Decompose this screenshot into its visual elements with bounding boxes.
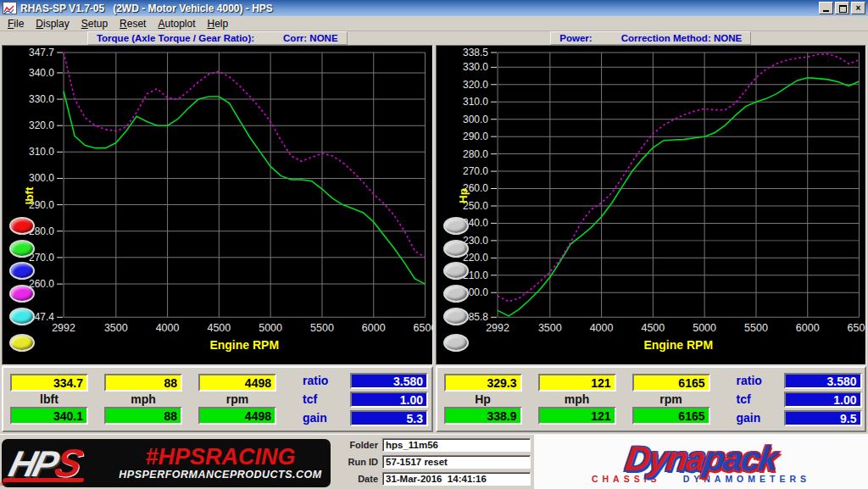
torque-header-box: Torque (Axle Torque / Gear Ratio): Corr:…: [87, 31, 348, 45]
trace-color-button-2[interactable]: [443, 262, 469, 280]
torque-chart-panel: Torque (Axle Torque / Gear Ratio): Corr:…: [2, 31, 433, 365]
cursor-value-box: 121: [538, 374, 616, 392]
dynapack-logo-dyna: Dyna: [623, 439, 707, 478]
cursor-value-box: 334.7: [10, 374, 88, 392]
trace-color-button-3[interactable]: [9, 285, 35, 303]
app-icon: [3, 2, 17, 14]
cursor-value-box: 6165: [632, 374, 710, 392]
svg-text:6500: 6500: [414, 322, 432, 334]
window-title: RHAS-SP V1.7-05 (2WD - Motor Vehicle 400…: [20, 3, 817, 14]
peak-value-box: 121: [538, 407, 616, 425]
trace-color-button-3[interactable]: [443, 285, 469, 303]
power-readout-panel: 329.3 Hp 338.9 121 mph 121 6165 rpm 6165…: [436, 366, 867, 432]
svg-text:6500: 6500: [847, 322, 865, 334]
trace-color-button-5[interactable]: [443, 334, 469, 352]
parameter-row-tcf: tcf 1.00: [303, 391, 428, 408]
menu-item-setup[interactable]: Setup: [75, 17, 114, 31]
trace-color-button-0[interactable]: [9, 217, 35, 235]
dynapack-logo: Dynapack: [623, 442, 778, 475]
svg-text:3500: 3500: [104, 322, 128, 334]
footer: HPS ® #HPSRACING HPSPERFORMANCEPRODUCTS.…: [0, 434, 868, 489]
trace-color-button-2[interactable]: [9, 262, 35, 280]
parameter-label: gain: [737, 411, 784, 425]
svg-text:320.0: 320.0: [29, 119, 54, 131]
svg-text:3500: 3500: [537, 322, 561, 334]
svg-text:4500: 4500: [207, 322, 231, 334]
parameter-value-box: 3.580: [784, 373, 862, 389]
title-bar: RHAS-SP V1.7-05 (2WD - Motor Vehicle 400…: [0, 0, 868, 16]
svg-text:6000: 6000: [795, 322, 819, 334]
form-field[interactable]: 31-Mar-2016 14:41:16: [382, 472, 531, 486]
svg-text:338.5: 338.5: [463, 47, 488, 58]
menu-item-reset[interactable]: Reset: [114, 17, 152, 31]
hps-url: HPSPERFORMANCEPRODUCTS.COM: [119, 469, 321, 481]
peak-value-box: 4498: [198, 407, 276, 425]
trace-color-button-0[interactable]: [443, 217, 469, 235]
menu-item-file[interactable]: File: [2, 17, 30, 31]
svg-text:2992: 2992: [486, 322, 509, 334]
form-field[interactable]: hps_11m56: [382, 438, 531, 452]
torque-chart-header: Torque (Axle Torque / Gear Ratio): Corr:…: [2, 31, 433, 45]
cursor-value-box: 4498: [198, 374, 276, 392]
trace-color-button-4[interactable]: [443, 308, 469, 325]
menu-item-display[interactable]: Display: [30, 17, 75, 31]
svg-text:Hp: Hp: [456, 188, 469, 203]
form-row-date: Date 31-Mar-2016 14:41:16: [337, 471, 531, 486]
parameter-label: gain: [303, 411, 350, 425]
unit-label: Hp: [444, 392, 522, 407]
readouts-row: 334.7 lbft 340.1 88 mph 88 4498 rpm 4498…: [0, 366, 868, 432]
restore-button[interactable]: [835, 2, 849, 14]
cursor-value-box: 329.3: [444, 374, 522, 392]
form-field[interactable]: 57-1517 reset: [382, 455, 531, 469]
trace-color-button-4[interactable]: [9, 308, 35, 325]
svg-text:310.0: 310.0: [463, 96, 488, 108]
parameter-row-ratio: ratio 3.580: [737, 372, 862, 389]
svg-text:4000: 4000: [589, 322, 613, 334]
parameter-row-gain: gain 9.5: [737, 409, 862, 426]
svg-text:5500: 5500: [310, 322, 334, 334]
svg-text:270.0: 270.0: [463, 165, 488, 177]
trace-color-button-1[interactable]: [443, 240, 469, 258]
hps-banner: HPS ® #HPSRACING HPSPERFORMANCEPRODUCTS.…: [2, 439, 331, 487]
unit-label: rpm: [632, 392, 710, 407]
parameter-column: ratio 3.580 tcf 1.00 gain 5.3: [303, 372, 428, 426]
unit-label: mph: [538, 392, 616, 407]
svg-text:300.0: 300.0: [29, 172, 54, 184]
torque-readout-panel: 334.7 lbft 340.1 88 mph 88 4498 rpm 4498…: [2, 366, 433, 432]
close-button[interactable]: ×: [851, 2, 865, 14]
svg-text:330.0: 330.0: [463, 61, 488, 73]
readout-column-rpm: 6165 rpm 6165: [632, 374, 710, 425]
form-row-folder: Folder hps_11m56: [337, 437, 531, 453]
menu-item-help[interactable]: Help: [202, 17, 235, 31]
readout-column-lbft: 334.7 lbft 340.1: [10, 374, 88, 425]
readout-column-mph: 88 mph 88: [104, 374, 182, 425]
unit-label: lbft: [10, 392, 88, 407]
minimize-button[interactable]: [819, 2, 833, 14]
svg-text:lbft: lbft: [23, 186, 36, 204]
svg-text:320.0: 320.0: [463, 79, 488, 91]
svg-text:Engine RPM: Engine RPM: [209, 338, 279, 352]
svg-text:4000: 4000: [156, 322, 180, 334]
svg-text:Engine RPM: Engine RPM: [643, 338, 713, 352]
readout-column-mph: 121 mph 121: [538, 374, 616, 425]
parameter-label: tcf: [737, 392, 784, 406]
parameter-value-box: 5.3: [350, 410, 428, 426]
svg-text:4500: 4500: [641, 322, 665, 334]
peak-value-box: 6165: [632, 407, 710, 425]
parameter-row-ratio: ratio 3.580: [303, 372, 428, 389]
parameter-label: tcf: [303, 392, 350, 406]
trace-color-button-5[interactable]: [9, 334, 35, 352]
peak-value-box: 340.1: [10, 407, 88, 425]
hps-hashtag: #HPSRACING: [145, 446, 295, 468]
trace-color-button-1[interactable]: [9, 240, 35, 258]
hps-logo-swoosh: [3, 478, 85, 482]
power-chart-panel: Power: Correction Method: NONE 299235004…: [436, 31, 867, 365]
svg-text:340.0: 340.0: [29, 67, 54, 79]
power-corr-label: Correction Method: NONE: [621, 33, 742, 43]
menu-item-autoplot[interactable]: Autoplot: [152, 17, 201, 31]
svg-text:347.7: 347.7: [29, 47, 54, 58]
svg-text:330.0: 330.0: [29, 93, 54, 105]
parameter-row-gain: gain 5.3: [303, 409, 428, 426]
svg-text:300.0: 300.0: [463, 114, 488, 125]
parameter-row-tcf: tcf 1.00: [737, 391, 862, 408]
